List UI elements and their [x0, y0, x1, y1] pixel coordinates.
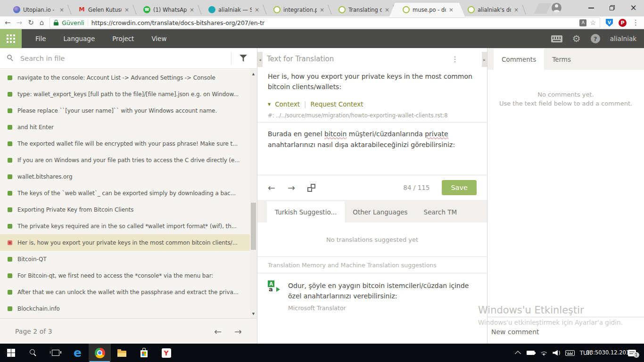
tab-close-icon[interactable]: ×: [124, 7, 129, 13]
back-icon[interactable]: ←: [5, 19, 11, 26]
edge-taskbar-button[interactable]: e: [66, 344, 89, 362]
string-list-item[interactable]: For Bitcoin-qt, we first need to access …: [0, 267, 257, 284]
next-page-icon[interactable]: →: [234, 326, 242, 337]
action-center-button[interactable]: 1: [625, 344, 642, 362]
tab-comments[interactable]: Comments: [494, 49, 544, 70]
window-minimize-button[interactable]: [580, 0, 602, 16]
string-list-item[interactable]: wallet.bitshares.org: [0, 168, 257, 185]
editor-menu-icon[interactable]: ⋮: [451, 55, 459, 64]
translation-segment: müşteri/cüzdanlarında: [347, 130, 425, 138]
string-list-item[interactable]: Bitcoin-QT: [0, 251, 257, 267]
tab-close-icon[interactable]: ×: [514, 7, 519, 13]
suggestion-tab[interactable]: Turkish Suggestio...: [267, 201, 345, 222]
browser-profile-icon[interactable]: [552, 3, 561, 13]
task-view-button[interactable]: [44, 344, 66, 362]
menu-file[interactable]: File: [35, 35, 46, 42]
wifi-indicator[interactable]: [537, 344, 550, 362]
tab-close-icon[interactable]: ×: [320, 7, 324, 13]
file-explorer-button[interactable]: [111, 344, 133, 362]
menu-view[interactable]: View: [151, 35, 166, 42]
address-bar[interactable]: Güvenli https://crowdin.com/translate/do…: [50, 17, 600, 28]
translate-page-icon[interactable]: A: [579, 19, 586, 26]
tab-close-icon[interactable]: ×: [190, 7, 194, 13]
touch-keyboard-button[interactable]: [563, 344, 577, 362]
previous-string-icon[interactable]: ←: [268, 182, 275, 193]
browser-tab[interactable]: M Gelen Kutusu ( ×: [70, 3, 135, 16]
window-restore-button[interactable]: [602, 0, 623, 16]
filter-icon[interactable]: [239, 55, 247, 62]
security-label[interactable]: Güvenli: [62, 19, 84, 26]
url-text[interactable]: https://crowdin.com/translate/docs-bitsh…: [91, 19, 577, 26]
tab-close-icon[interactable]: ×: [385, 7, 389, 13]
string-list-item[interactable]: Her is, how you export your private keys…: [0, 234, 257, 251]
string-list-item[interactable]: The keys of the `web wallet`_ can be exp…: [0, 185, 257, 201]
new-comment-input[interactable]: New comment: [487, 317, 644, 344]
string-list-item[interactable]: navigate to the console: Account List ->…: [0, 69, 257, 86]
speaker-icon: ): [553, 350, 560, 356]
browser-tab[interactable]: muse.po - doc ×: [389, 3, 465, 16]
tab-close-icon[interactable]: ×: [59, 7, 64, 13]
help-icon[interactable]: ?: [591, 34, 600, 43]
new-tab-button[interactable]: [534, 3, 551, 14]
menu-project[interactable]: Project: [112, 35, 134, 42]
string-list-item[interactable]: type: wallet_export_keys [full path to t…: [0, 86, 257, 102]
crowdin-logo[interactable]: [0, 29, 22, 48]
copy-source-icon[interactable]: [307, 184, 315, 192]
suggestion-tab[interactable]: Search TM: [416, 201, 465, 222]
browser-tab[interactable]: alialniak's doc ×: [459, 3, 524, 16]
scroll-up-icon[interactable]: ▲: [250, 70, 257, 77]
keyboard-shortcuts-icon[interactable]: [551, 35, 562, 42]
string-list-item[interactable]: Blockchain.info: [0, 300, 257, 317]
context-link[interactable]: Context: [275, 100, 300, 108]
clock[interactable]: 13:50 30.12.2017: [594, 344, 625, 362]
start-button[interactable]: [0, 344, 22, 362]
bookmark-star-icon[interactable]: ☆: [590, 19, 596, 26]
forward-icon[interactable]: →: [17, 19, 23, 26]
store-taskbar-button[interactable]: [133, 344, 155, 362]
browser-tab[interactable]: alialniak — Ste ×: [200, 3, 265, 16]
volume-indicator[interactable]: ): [550, 344, 563, 362]
gear-icon[interactable]: ⚙: [572, 34, 581, 43]
username[interactable]: alialniak: [610, 35, 636, 42]
prev-page-icon[interactable]: ←: [214, 326, 222, 337]
suggestion-tab[interactable]: Other Languages: [345, 201, 415, 222]
browser-tab[interactable]: ☎ (1) WhatsApp ×: [135, 3, 200, 16]
taskbar-search-button[interactable]: [22, 344, 44, 362]
string-list-item[interactable]: The exported wallet file will be encrypt…: [0, 135, 257, 152]
pinterest-extension-icon[interactable]: P: [619, 19, 627, 27]
string-list-item[interactable]: After that we can unlock the wallet with…: [0, 284, 257, 300]
translation-input[interactable]: Burada en genel bitcoin müşteri/cüzdanla…: [257, 123, 487, 175]
battery-indicator[interactable]: [524, 344, 537, 362]
browser-tab[interactable]: Translating do ×: [330, 3, 395, 16]
tab-close-icon[interactable]: ×: [449, 7, 454, 13]
mt-suggestion-item[interactable]: A a Odur, şöyle en yaygın bitcoin istemc…: [257, 273, 487, 312]
zenmate-extension-icon[interactable]: V: [606, 19, 613, 27]
next-string-icon[interactable]: →: [288, 182, 295, 193]
refresh-icon[interactable]: ↻: [28, 19, 34, 26]
search-input[interactable]: [19, 54, 226, 63]
chrome-taskbar-button[interactable]: [89, 344, 111, 362]
browser-tab[interactable]: integration.po ×: [265, 3, 330, 16]
string-list-item[interactable]: If you are on Windows and your file path…: [0, 152, 257, 168]
save-button[interactable]: Save: [442, 180, 477, 195]
yandex-taskbar-button[interactable]: Y: [155, 344, 177, 362]
tab-close-icon[interactable]: ×: [255, 7, 259, 13]
tab-terms[interactable]: Terms: [544, 49, 579, 70]
window-close-button[interactable]: ×: [623, 0, 644, 16]
string-list-item[interactable]: and hit Enter: [0, 119, 257, 135]
home-icon[interactable]: ⌂: [40, 19, 44, 26]
scrollbar-thumb[interactable]: [251, 203, 256, 250]
collapse-left-handle[interactable]: ◀: [257, 52, 263, 67]
strings-scrollbar[interactable]: ▲ ▼: [250, 69, 257, 318]
request-context-link[interactable]: Request Context: [311, 100, 363, 108]
string-list-item[interactable]: The private keys required are in the so …: [0, 218, 257, 234]
string-list-item[interactable]: Exporting Private Key from Bitcoin Clien…: [0, 201, 257, 218]
string-list-item[interactable]: Please replace ``[your user name]`` with…: [0, 102, 257, 119]
menu-language[interactable]: Language: [64, 35, 95, 42]
mt-suggestion-text[interactable]: Odur, şöyle en yaygın bitcoin istemciler…: [288, 280, 477, 302]
collapse-right-handle[interactable]: ▶: [482, 52, 487, 67]
scroll-down-icon[interactable]: ▼: [250, 310, 257, 317]
browser-tab[interactable]: Utopian.io - Re ×: [5, 3, 70, 16]
tray-expand-button[interactable]: [512, 344, 524, 362]
browser-menu-icon[interactable]: ⋮: [632, 18, 639, 27]
